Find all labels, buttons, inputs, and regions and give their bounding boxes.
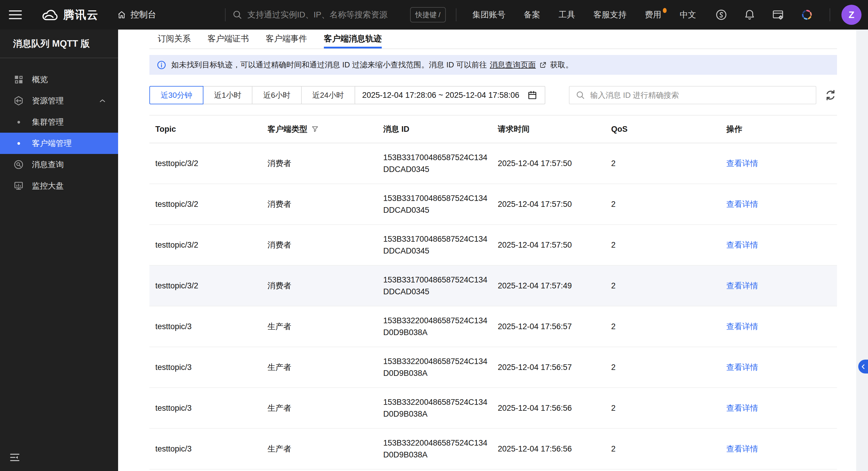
cell-request-time: 2025-12-04 17:56:57 (498, 363, 611, 372)
chevron-left-icon (860, 363, 867, 371)
ai-assistant-icon[interactable] (800, 8, 814, 22)
avatar[interactable]: Z (841, 5, 862, 25)
filter-funnel-icon[interactable] (311, 125, 319, 133)
date-range-picker[interactable]: 2025-12-04 17:28:06 ~ 2025-12-04 17:58:0… (354, 86, 545, 104)
refresh-icon[interactable] (824, 89, 837, 101)
table-row: testtopic/3生产者153B332200486587524C134D0D… (149, 347, 837, 388)
cell-topic: testtopic/3 (155, 363, 268, 372)
cell-actions: 查看详情 (726, 158, 837, 169)
column-header-客户端类型: 客户端类型 (268, 124, 383, 135)
hamburger-menu-icon[interactable] (9, 10, 22, 19)
cell-request-time: 2025-12-04 17:57:49 (498, 281, 611, 291)
table-row: testtopic/3生产者153B332200486587524C134D0D… (149, 306, 837, 347)
cell-qos: 2 (611, 404, 726, 413)
tencent-cloud-logo[interactable]: 腾讯云 (40, 7, 99, 23)
console-home-link[interactable]: 控制台 (117, 9, 156, 21)
table-row: testtopic/3生产者153B332200486587524C134D0D… (149, 429, 837, 470)
cell-topic: testtopic/3 (155, 444, 268, 453)
sidebar-item-资源管理[interactable]: 资源管理 (0, 90, 118, 111)
sidebar: 消息队列 MQTT 版 概览资源管理集群管理客户端管理消息查询监控大盘 (0, 30, 118, 471)
sidebar-item-客户端管理[interactable]: 客户端管理 (0, 133, 118, 154)
view-details-link[interactable]: 查看详情 (726, 322, 758, 331)
table-row: testtopic/3/2消费者153B331700486587524C134D… (149, 266, 837, 306)
topbar-menu-item[interactable]: 集团账号 (472, 9, 505, 20)
info-icon (156, 60, 166, 70)
divider (225, 8, 225, 21)
resource-icon (13, 95, 24, 107)
cell-request-time: 2025-12-04 17:57:50 (498, 159, 611, 168)
table-row: testtopic/3/2消费者153B331700486587524C134D… (149, 143, 837, 184)
console-settings-icon[interactable] (772, 8, 784, 21)
topbar-icons (715, 8, 830, 22)
message-trace-table: Topic客户端类型消息 ID请求时间QoS操作 testtopic/3/2消费… (149, 115, 837, 470)
topbar-menu-item[interactable]: 中文 (680, 9, 696, 20)
view-details-link[interactable]: 查看详情 (726, 444, 758, 453)
cell-request-time: 2025-12-04 17:56:56 (498, 444, 611, 453)
column-header-label: 操作 (726, 124, 742, 135)
time-range-button-近1小时[interactable]: 近1小时 (203, 86, 252, 104)
sidebar-item-label: 概览 (32, 74, 48, 85)
time-range-button-近30分钟[interactable]: 近30分钟 (149, 86, 204, 104)
tab-订阅关系[interactable]: 订阅关系 (158, 30, 191, 49)
table-row: testtopic/3生产者153B332200486587524C134D0D… (149, 388, 837, 429)
view-details-link[interactable]: 查看详情 (726, 159, 758, 168)
time-range-button-近24小时[interactable]: 近24小时 (301, 86, 355, 104)
cell-client-type: 消费者 (268, 240, 383, 250)
view-details-link[interactable]: 查看详情 (726, 200, 758, 209)
view-details-link[interactable]: 查看详情 (726, 404, 758, 412)
table-row: testtopic/3/2消费者153B331700486587524C134D… (149, 184, 837, 225)
banner-text-before: 如未找到目标轨迹，可以通过精确时间和通过消息 ID 过滤来缩小查找范围。消息 I… (171, 60, 487, 70)
search-icon (576, 90, 585, 100)
cell-topic: testtopic/3/2 (155, 240, 268, 250)
bullet-icon (13, 142, 24, 145)
table-body: testtopic/3/2消费者153B331700486587524C134D… (149, 143, 837, 470)
cell-actions: 查看详情 (726, 281, 837, 291)
view-details-link[interactable]: 查看详情 (726, 363, 758, 372)
view-details-link[interactable]: 查看详情 (726, 240, 758, 249)
bullet-icon (13, 121, 24, 123)
cell-actions: 查看详情 (726, 199, 837, 209)
topbar-menu-item[interactable]: 工具 (559, 9, 575, 20)
message-id-search-input[interactable]: 输入消息 ID 进行精确搜索 (569, 86, 816, 104)
console-label: 控制台 (130, 9, 156, 21)
column-header-label: 客户端类型 (268, 124, 307, 135)
column-header-QoS: QoS (611, 125, 726, 134)
topbar-menu-item[interactable]: 费用 (645, 9, 661, 20)
message-query-page-link[interactable]: 消息查询页面 (490, 60, 536, 70)
time-range-button-近6小时[interactable]: 近6小时 (252, 86, 302, 104)
message-search-icon (13, 159, 24, 170)
fee-notification-dot (663, 8, 666, 13)
monitor-icon (13, 180, 24, 192)
column-header-label: QoS (611, 125, 628, 134)
sidebar-item-消息查询[interactable]: 消息查询 (0, 154, 118, 175)
cell-actions: 查看详情 (726, 362, 837, 373)
home-icon (117, 10, 126, 20)
column-header-label: 请求时间 (498, 124, 530, 135)
global-search[interactable]: 支持通过实例ID、IP、名称等搜索资源 快捷键 / (225, 0, 457, 30)
tab-客户端证书[interactable]: 客户端证书 (208, 30, 249, 49)
divider (456, 8, 457, 21)
bell-icon[interactable] (743, 8, 756, 21)
column-header-label: 消息 ID (383, 124, 409, 135)
column-header-label: Topic (155, 125, 176, 134)
tab-客户端事件[interactable]: 客户端事件 (266, 30, 307, 49)
cell-request-time: 2025-12-04 17:57:50 (498, 200, 611, 209)
tab-客户端消息轨迹[interactable]: 客户端消息轨迹 (324, 30, 382, 49)
sidebar-item-概览[interactable]: 概览 (0, 69, 118, 90)
sidebar-item-label: 消息查询 (32, 159, 64, 170)
sidebar-item-集群管理[interactable]: 集群管理 (0, 111, 118, 133)
cell-message-id: 153B332200486587524C134D0D9B038A (383, 315, 498, 338)
view-details-link[interactable]: 查看详情 (726, 281, 758, 290)
cell-qos: 2 (611, 281, 726, 291)
support-icon[interactable] (715, 8, 727, 21)
topbar-menu-item[interactable]: 备案 (524, 9, 540, 20)
topbar-menu-item[interactable]: 客服支持 (593, 9, 626, 20)
grid-icon (13, 74, 24, 85)
cell-topic: testtopic/3 (155, 322, 268, 331)
chevron-up-icon[interactable] (98, 96, 107, 105)
cloud-logo-icon (40, 7, 58, 22)
collapse-sidebar-icon[interactable] (8, 451, 21, 463)
sidebar-item-监控大盘[interactable]: 监控大盘 (0, 175, 118, 197)
column-header-请求时间: 请求时间 (498, 124, 611, 135)
cell-client-type: 生产者 (268, 443, 383, 454)
